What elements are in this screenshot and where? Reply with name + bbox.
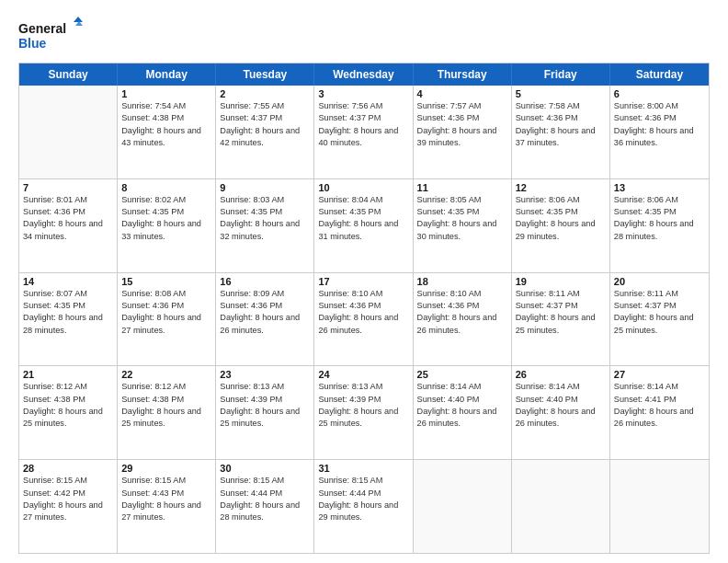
calendar-cell: 17 Sunrise: 8:10 AMSunset: 4:36 PMDaylig…: [314, 273, 413, 366]
day-number: 10: [318, 182, 408, 193]
calendar-cell: 15 Sunrise: 8:08 AMSunset: 4:36 PMDaylig…: [118, 273, 216, 366]
calendar-cell: [512, 460, 610, 553]
header: General Blue: [18, 17, 710, 53]
day-number: 1: [121, 88, 211, 99]
calendar-cell: 28 Sunrise: 8:15 AMSunset: 4:42 PMDaylig…: [19, 460, 118, 553]
calendar-cell: 2 Sunrise: 7:55 AMSunset: 4:37 PMDayligh…: [216, 86, 314, 178]
cell-info: Sunrise: 8:04 AMSunset: 4:35 PMDaylight:…: [318, 194, 408, 243]
cell-info: Sunrise: 7:58 AMSunset: 4:36 PMDaylight:…: [516, 100, 606, 149]
calendar-cell: 22 Sunrise: 8:12 AMSunset: 4:38 PMDaylig…: [118, 366, 216, 459]
day-number: 31: [318, 463, 408, 474]
weekday-header: Saturday: [610, 63, 709, 86]
day-number: 21: [23, 369, 113, 380]
cell-info: Sunrise: 8:08 AMSunset: 4:36 PMDaylight:…: [121, 288, 211, 337]
calendar-cell: 6 Sunrise: 8:00 AMSunset: 4:36 PMDayligh…: [610, 86, 709, 178]
cell-info: Sunrise: 8:13 AMSunset: 4:39 PMDaylight:…: [220, 381, 310, 430]
cell-info: Sunrise: 8:11 AMSunset: 4:37 PMDaylight:…: [516, 288, 606, 337]
weekday-header: Sunday: [19, 63, 118, 86]
day-number: 9: [220, 182, 310, 193]
calendar-cell: 23 Sunrise: 8:13 AMSunset: 4:39 PMDaylig…: [216, 366, 314, 459]
logo-svg: General Blue: [18, 17, 83, 53]
calendar-cell: 13 Sunrise: 8:06 AMSunset: 4:35 PMDaylig…: [610, 179, 709, 272]
cell-info: Sunrise: 8:10 AMSunset: 4:36 PMDaylight:…: [318, 288, 408, 337]
cell-info: Sunrise: 8:12 AMSunset: 4:38 PMDaylight:…: [23, 381, 113, 430]
calendar-cell: [19, 86, 118, 178]
svg-text:General: General: [18, 21, 66, 36]
cell-info: Sunrise: 7:57 AMSunset: 4:36 PMDaylight:…: [417, 100, 507, 149]
calendar-cell: 9 Sunrise: 8:03 AMSunset: 4:35 PMDayligh…: [216, 179, 314, 272]
calendar-cell: 26 Sunrise: 8:14 AMSunset: 4:40 PMDaylig…: [512, 366, 610, 459]
calendar-cell: 10 Sunrise: 8:04 AMSunset: 4:35 PMDaylig…: [314, 179, 413, 272]
day-number: 23: [220, 369, 310, 380]
weekday-header: Tuesday: [216, 63, 314, 86]
cell-info: Sunrise: 8:14 AMSunset: 4:41 PMDaylight:…: [614, 381, 705, 430]
day-number: 11: [417, 182, 507, 193]
calendar-cell: 18 Sunrise: 8:10 AMSunset: 4:36 PMDaylig…: [414, 273, 512, 366]
cell-info: Sunrise: 8:15 AMSunset: 4:42 PMDaylight:…: [23, 475, 113, 523]
cell-info: Sunrise: 8:00 AMSunset: 4:36 PMDaylight:…: [614, 100, 705, 149]
logo: General Blue: [18, 17, 83, 53]
cell-info: Sunrise: 8:15 AMSunset: 4:44 PMDaylight:…: [220, 475, 310, 523]
day-number: 16: [220, 276, 310, 287]
cell-info: Sunrise: 8:15 AMSunset: 4:43 PMDaylight:…: [121, 475, 211, 523]
calendar-cell: 27 Sunrise: 8:14 AMSunset: 4:41 PMDaylig…: [610, 366, 709, 459]
cell-info: Sunrise: 7:56 AMSunset: 4:37 PMDaylight:…: [318, 100, 408, 149]
weekday-header: Thursday: [414, 63, 512, 86]
calendar-cell: 29 Sunrise: 8:15 AMSunset: 4:43 PMDaylig…: [118, 460, 216, 553]
day-number: 2: [220, 88, 310, 99]
calendar-row: 14 Sunrise: 8:07 AMSunset: 4:35 PMDaylig…: [19, 273, 709, 367]
calendar-cell: 19 Sunrise: 8:11 AMSunset: 4:37 PMDaylig…: [512, 273, 610, 366]
day-number: 4: [417, 88, 507, 99]
calendar-cell: 24 Sunrise: 8:13 AMSunset: 4:39 PMDaylig…: [314, 366, 413, 459]
day-number: 15: [121, 276, 211, 287]
page: General Blue SundayMondayTuesdayWednesda…: [0, 0, 728, 563]
cell-info: Sunrise: 8:01 AMSunset: 4:36 PMDaylight:…: [23, 194, 113, 243]
day-number: 6: [614, 88, 705, 99]
day-number: 7: [23, 182, 113, 193]
cell-info: Sunrise: 8:15 AMSunset: 4:44 PMDaylight:…: [318, 475, 408, 523]
calendar-cell: [610, 460, 709, 553]
cell-info: Sunrise: 7:55 AMSunset: 4:37 PMDaylight:…: [220, 100, 310, 149]
cell-info: Sunrise: 8:11 AMSunset: 4:37 PMDaylight:…: [614, 288, 705, 337]
cell-info: Sunrise: 8:12 AMSunset: 4:38 PMDaylight:…: [121, 381, 211, 430]
calendar-cell: 25 Sunrise: 8:14 AMSunset: 4:40 PMDaylig…: [414, 366, 512, 459]
calendar-row: 21 Sunrise: 8:12 AMSunset: 4:38 PMDaylig…: [19, 366, 709, 460]
calendar-cell: 30 Sunrise: 8:15 AMSunset: 4:44 PMDaylig…: [216, 460, 314, 553]
cell-info: Sunrise: 8:03 AMSunset: 4:35 PMDaylight:…: [220, 194, 310, 243]
calendar-header: SundayMondayTuesdayWednesdayThursdayFrid…: [19, 63, 709, 86]
cell-info: Sunrise: 8:02 AMSunset: 4:35 PMDaylight:…: [121, 194, 211, 243]
calendar-row: 28 Sunrise: 8:15 AMSunset: 4:42 PMDaylig…: [19, 460, 709, 553]
calendar-cell: 20 Sunrise: 8:11 AMSunset: 4:37 PMDaylig…: [610, 273, 709, 366]
day-number: 12: [516, 182, 606, 193]
calendar-cell: 7 Sunrise: 8:01 AMSunset: 4:36 PMDayligh…: [19, 179, 118, 272]
day-number: 28: [23, 463, 113, 474]
cell-info: Sunrise: 8:05 AMSunset: 4:35 PMDaylight:…: [417, 194, 507, 243]
calendar-cell: 14 Sunrise: 8:07 AMSunset: 4:35 PMDaylig…: [19, 273, 118, 366]
weekday-header: Wednesday: [314, 63, 413, 86]
svg-text:Blue: Blue: [18, 36, 47, 51]
cell-info: Sunrise: 7:54 AMSunset: 4:38 PMDaylight:…: [121, 100, 211, 149]
day-number: 14: [23, 276, 113, 287]
day-number: 19: [516, 276, 606, 287]
calendar-cell: 12 Sunrise: 8:06 AMSunset: 4:35 PMDaylig…: [512, 179, 610, 272]
day-number: 22: [121, 369, 211, 380]
day-number: 27: [614, 369, 705, 380]
calendar-row: 1 Sunrise: 7:54 AMSunset: 4:38 PMDayligh…: [19, 86, 709, 179]
day-number: 25: [417, 369, 507, 380]
day-number: 5: [516, 88, 606, 99]
calendar-body: 1 Sunrise: 7:54 AMSunset: 4:38 PMDayligh…: [19, 86, 709, 553]
cell-info: Sunrise: 8:14 AMSunset: 4:40 PMDaylight:…: [516, 381, 606, 430]
cell-info: Sunrise: 8:09 AMSunset: 4:36 PMDaylight:…: [220, 288, 310, 337]
day-number: 26: [516, 369, 606, 380]
calendar-cell: 5 Sunrise: 7:58 AMSunset: 4:36 PMDayligh…: [512, 86, 610, 178]
cell-info: Sunrise: 8:13 AMSunset: 4:39 PMDaylight:…: [318, 381, 408, 430]
cell-info: Sunrise: 8:06 AMSunset: 4:35 PMDaylight:…: [516, 194, 606, 243]
day-number: 29: [121, 463, 211, 474]
calendar-cell: 1 Sunrise: 7:54 AMSunset: 4:38 PMDayligh…: [118, 86, 216, 178]
day-number: 8: [121, 182, 211, 193]
calendar-cell: 11 Sunrise: 8:05 AMSunset: 4:35 PMDaylig…: [414, 179, 512, 272]
calendar-cell: 4 Sunrise: 7:57 AMSunset: 4:36 PMDayligh…: [414, 86, 512, 178]
cell-info: Sunrise: 8:06 AMSunset: 4:35 PMDaylight:…: [614, 194, 705, 243]
cell-info: Sunrise: 8:07 AMSunset: 4:35 PMDaylight:…: [23, 288, 113, 337]
calendar-row: 7 Sunrise: 8:01 AMSunset: 4:36 PMDayligh…: [19, 179, 709, 273]
